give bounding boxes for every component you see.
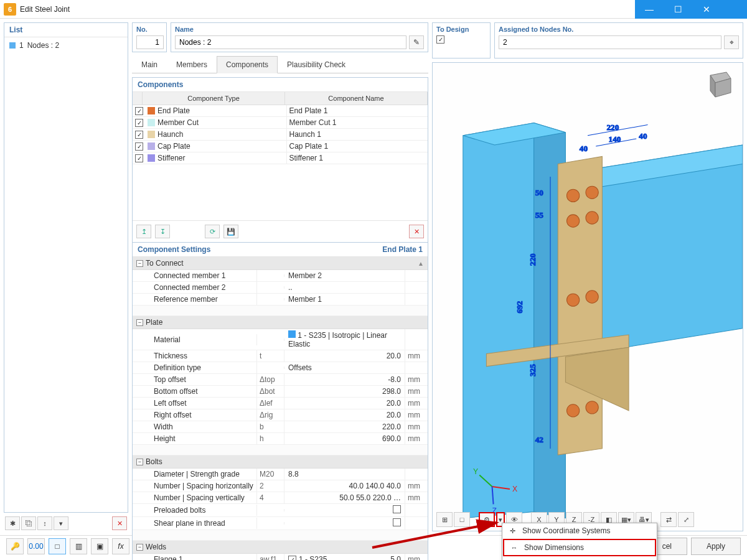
component-row[interactable]: Stiffener Stiffener 1 bbox=[133, 152, 428, 164]
assigned-input[interactable] bbox=[499, 35, 721, 49]
preloaded-checkbox[interactable] bbox=[393, 505, 401, 513]
group-welds[interactable]: −Welds bbox=[133, 541, 428, 554]
bolt-spacing-v[interactable]: 50.0 55.0 220.0 … bbox=[284, 492, 405, 503]
bolt-diameter[interactable]: 8.8 bbox=[284, 469, 405, 480]
definition-type[interactable]: Offsets bbox=[284, 362, 405, 373]
plate-height[interactable]: 690.0 bbox=[284, 433, 405, 444]
right-offset[interactable]: 20.0 bbox=[284, 409, 405, 421]
component-enabled-checkbox[interactable] bbox=[135, 131, 143, 139]
component-type: Stiffener bbox=[157, 154, 185, 162]
svg-point-10 bbox=[566, 215, 579, 227]
3d-viewer[interactable]: 220 140 40 40 50 55 220 692 325 42 X bbox=[432, 62, 743, 531]
minimize-button[interactable]: — bbox=[635, 0, 664, 19]
joint-render: 220 140 40 40 50 55 220 692 325 42 X bbox=[433, 63, 743, 531]
close-button[interactable]: ✕ bbox=[692, 0, 721, 19]
plate-thickness[interactable]: 20.0 bbox=[284, 350, 405, 362]
group-bolts[interactable]: −Bolts bbox=[133, 455, 428, 469]
component-name: End Plate 1 bbox=[286, 105, 428, 116]
connected-member-2[interactable]: .. bbox=[284, 282, 405, 293]
collapse-icon[interactable]: − bbox=[136, 459, 143, 465]
component-row[interactable]: Member Cut Member Cut 1 bbox=[133, 117, 428, 129]
remove-component-button[interactable]: ✕ bbox=[409, 225, 424, 238]
name-input[interactable] bbox=[175, 35, 406, 49]
group-plate[interactable]: −Plate bbox=[133, 316, 428, 329]
component-enabled-checkbox[interactable] bbox=[135, 154, 143, 162]
components-grid-header: Component Type Component Name bbox=[133, 92, 428, 105]
view-mode-1-button[interactable]: □ bbox=[49, 538, 66, 554]
edit-name-button[interactable]: ✎ bbox=[409, 35, 424, 49]
top-offset[interactable]: -8.0 bbox=[284, 374, 405, 385]
tab-plausibility[interactable]: Plausibility Check bbox=[278, 56, 355, 73]
help-button[interactable]: 🔑 bbox=[6, 538, 24, 554]
reference-member[interactable]: Member 1 bbox=[284, 294, 405, 305]
component-row[interactable]: Cap Plate Cap Plate 1 bbox=[133, 141, 428, 152]
move-up-button[interactable]: ↥ bbox=[136, 225, 151, 238]
group-to-connect[interactable]: −To Connect▲ bbox=[133, 257, 428, 270]
list-body: 1 Nodes : 2 bbox=[4, 37, 128, 510]
shear-checkbox[interactable] bbox=[393, 518, 401, 526]
app-icon: 6 bbox=[4, 3, 16, 16]
script-button[interactable]: fx bbox=[112, 538, 129, 554]
plate-material[interactable]: 1 - S235 | Isotropic | Linear Elastic bbox=[284, 329, 405, 350]
component-name: Cap Plate 1 bbox=[286, 141, 428, 152]
sort-desc-button[interactable]: ▾ bbox=[54, 516, 68, 530]
collapse-icon[interactable]: − bbox=[136, 544, 143, 551]
pick-nodes-button[interactable]: ⌖ bbox=[724, 35, 739, 49]
component-row[interactable]: End Plate End Plate 1 bbox=[133, 105, 428, 117]
copy-item-button[interactable]: ⿻ bbox=[21, 516, 36, 530]
sort-button[interactable]: ↕ bbox=[37, 516, 52, 530]
component-name: Haunch 1 bbox=[286, 129, 428, 140]
view-cube[interactable] bbox=[703, 69, 734, 100]
svg-point-12 bbox=[566, 294, 579, 306]
view-button-1[interactable]: ⊞ bbox=[436, 512, 453, 527]
svg-text:55: 55 bbox=[535, 210, 544, 220]
no-field: No. bbox=[132, 22, 167, 52]
bolt-spacing-h[interactable]: 40.0 140.0 40.0 bbox=[284, 480, 405, 492]
delete-item-button[interactable]: ✕ bbox=[112, 516, 127, 530]
collapse-icon[interactable]: − bbox=[136, 319, 143, 326]
component-enabled-checkbox[interactable] bbox=[135, 119, 143, 127]
apply-button[interactable]: Apply bbox=[691, 538, 741, 555]
connected-member-1[interactable]: Member 2 bbox=[284, 270, 405, 281]
menu-show-dimensions[interactable]: ↔ Show Dimensions bbox=[503, 539, 656, 556]
view-button-2[interactable]: □ bbox=[454, 512, 470, 527]
col-component-name: Component Name bbox=[285, 92, 428, 105]
tab-members[interactable]: Members bbox=[167, 56, 217, 73]
view-mode-2-button[interactable]: ▥ bbox=[70, 538, 87, 554]
menu-graphic-settings[interactable]: ⚙ Graphic Settings from Main Screen bbox=[502, 557, 657, 560]
weld-enabled-checkbox[interactable] bbox=[288, 556, 296, 561]
plate-width[interactable]: 220.0 bbox=[284, 421, 405, 432]
tab-components[interactable]: Components bbox=[217, 56, 278, 73]
to-design-checkbox[interactable] bbox=[436, 35, 444, 44]
display-options-button[interactable]: ⚙ bbox=[479, 512, 495, 527]
save-button[interactable]: 💾 bbox=[223, 225, 238, 238]
component-enabled-checkbox[interactable] bbox=[135, 107, 143, 115]
list-item[interactable]: 1 Nodes : 2 bbox=[7, 40, 125, 51]
left-offset[interactable]: 20.0 bbox=[284, 398, 405, 409]
component-type: End Plate bbox=[157, 106, 190, 115]
svg-text:325: 325 bbox=[528, 364, 537, 376]
detach-button[interactable]: ⤢ bbox=[678, 512, 694, 527]
menu-show-coord-systems[interactable]: ✛ Show Coordinate Systems bbox=[502, 523, 657, 538]
units-button[interactable]: 0.00 bbox=[27, 538, 45, 554]
component-enabled-checkbox[interactable] bbox=[135, 142, 143, 151]
list-item-index: 1 bbox=[19, 41, 24, 50]
component-swatch bbox=[148, 131, 155, 138]
link-button[interactable]: ⇄ bbox=[660, 512, 677, 527]
selected-component: End Plate 1 bbox=[382, 245, 423, 254]
move-down-button[interactable]: ↧ bbox=[155, 225, 170, 238]
new-item-button[interactable]: ✱ bbox=[5, 516, 20, 530]
view-mode-3-button[interactable]: ▣ bbox=[91, 538, 108, 554]
tab-main[interactable]: Main bbox=[132, 56, 167, 73]
component-name: Stiffener 1 bbox=[286, 152, 428, 164]
svg-point-9 bbox=[586, 186, 598, 198]
bottom-offset[interactable]: 298.0 bbox=[284, 386, 405, 397]
component-type: Cap Plate bbox=[157, 142, 190, 151]
component-row[interactable]: Haunch Haunch 1 bbox=[133, 129, 428, 141]
collapse-icon[interactable]: − bbox=[136, 260, 143, 267]
svg-text:220: 220 bbox=[528, 253, 537, 266]
no-input[interactable] bbox=[136, 35, 164, 49]
refresh-button[interactable]: ⟳ bbox=[205, 225, 220, 238]
maximize-button[interactable]: ☐ bbox=[664, 0, 692, 19]
component-swatch bbox=[148, 107, 155, 114]
